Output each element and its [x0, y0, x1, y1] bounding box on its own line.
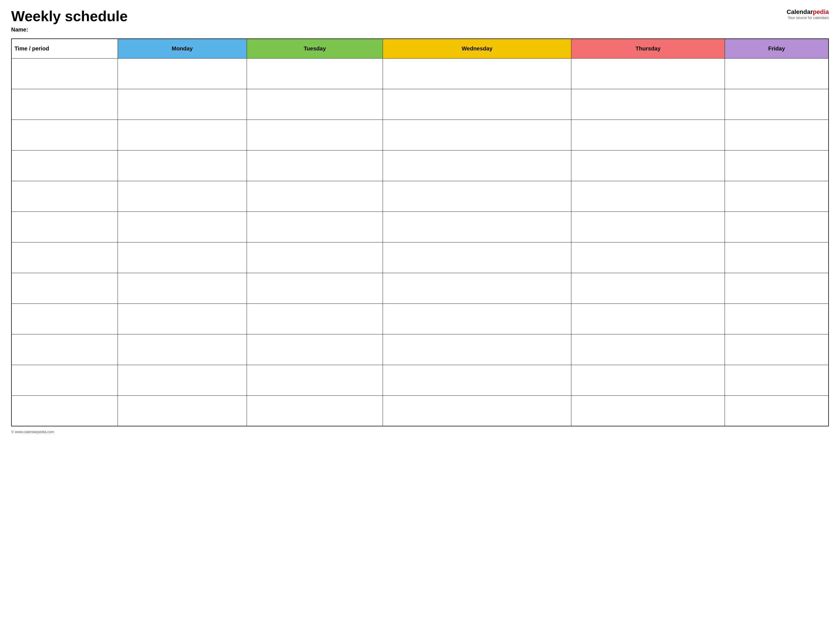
schedule-cell[interactable]	[725, 365, 829, 396]
schedule-cell[interactable]	[383, 334, 572, 365]
time-cell[interactable]	[11, 211, 118, 242]
table-header-row: Time / period Monday Tuesday Wednesday T…	[11, 39, 829, 58]
schedule-cell[interactable]	[118, 396, 247, 426]
schedule-cell[interactable]	[247, 334, 383, 365]
schedule-cell[interactable]	[118, 365, 247, 396]
col-header-time: Time / period	[11, 39, 118, 58]
schedule-cell[interactable]	[572, 211, 725, 242]
table-row	[11, 303, 829, 334]
time-cell[interactable]	[11, 365, 118, 396]
schedule-cell[interactable]	[725, 396, 829, 426]
schedule-cell[interactable]	[725, 150, 829, 181]
col-header-thursday: Thursday	[572, 39, 725, 58]
schedule-cell[interactable]	[383, 365, 572, 396]
schedule-cell[interactable]	[383, 120, 572, 150]
schedule-table: Time / period Monday Tuesday Wednesday T…	[11, 38, 829, 426]
schedule-cell[interactable]	[383, 303, 572, 334]
schedule-cell[interactable]	[247, 58, 383, 89]
schedule-cell[interactable]	[247, 365, 383, 396]
schedule-cell[interactable]	[725, 303, 829, 334]
schedule-cell[interactable]	[572, 365, 725, 396]
schedule-cell[interactable]	[118, 89, 247, 120]
schedule-cell[interactable]	[725, 273, 829, 303]
schedule-cell[interactable]	[383, 273, 572, 303]
schedule-cell[interactable]	[118, 303, 247, 334]
time-cell[interactable]	[11, 334, 118, 365]
schedule-cell[interactable]	[725, 120, 829, 150]
schedule-cell[interactable]	[572, 120, 725, 150]
schedule-cell[interactable]	[118, 242, 247, 273]
col-header-tuesday: Tuesday	[247, 39, 383, 58]
logo-calendar: Calendar	[786, 8, 813, 15]
schedule-cell[interactable]	[725, 58, 829, 89]
schedule-cell[interactable]	[247, 211, 383, 242]
schedule-cell[interactable]	[572, 273, 725, 303]
schedule-cell[interactable]	[247, 120, 383, 150]
table-row	[11, 365, 829, 396]
schedule-cell[interactable]	[383, 242, 572, 273]
schedule-cell[interactable]	[572, 181, 725, 211]
table-row	[11, 120, 829, 150]
time-cell[interactable]	[11, 181, 118, 211]
schedule-cell[interactable]	[572, 58, 725, 89]
footer: © www.calendarpedia.com	[11, 430, 829, 434]
schedule-cell[interactable]	[118, 58, 247, 89]
col-header-monday: Monday	[118, 39, 247, 58]
schedule-cell[interactable]	[118, 334, 247, 365]
schedule-cell[interactable]	[247, 273, 383, 303]
logo-section: Calendarpedia Your source for calendars	[786, 8, 829, 20]
schedule-body	[11, 58, 829, 426]
schedule-cell[interactable]	[118, 181, 247, 211]
logo-pedia: pedia	[813, 8, 829, 15]
time-cell[interactable]	[11, 89, 118, 120]
schedule-cell[interactable]	[383, 150, 572, 181]
schedule-cell[interactable]	[383, 211, 572, 242]
page-header: Weekly schedule Name: Calendarpedia Your…	[11, 8, 829, 33]
table-row	[11, 396, 829, 426]
schedule-cell[interactable]	[247, 181, 383, 211]
schedule-cell[interactable]	[383, 181, 572, 211]
schedule-cell[interactable]	[725, 334, 829, 365]
schedule-cell[interactable]	[247, 89, 383, 120]
schedule-cell[interactable]	[118, 120, 247, 150]
schedule-cell[interactable]	[572, 89, 725, 120]
schedule-cell[interactable]	[118, 273, 247, 303]
schedule-cell[interactable]	[118, 150, 247, 181]
schedule-cell[interactable]	[247, 150, 383, 181]
table-row	[11, 181, 829, 211]
page-title: Weekly schedule	[11, 8, 128, 24]
schedule-cell[interactable]	[383, 396, 572, 426]
table-row	[11, 89, 829, 120]
schedule-cell[interactable]	[725, 89, 829, 120]
time-cell[interactable]	[11, 273, 118, 303]
copyright-text: © www.calendarpedia.com	[11, 430, 54, 434]
schedule-cell[interactable]	[572, 303, 725, 334]
time-cell[interactable]	[11, 150, 118, 181]
name-label: Name:	[11, 27, 128, 33]
schedule-cell[interactable]	[247, 242, 383, 273]
schedule-cell[interactable]	[247, 303, 383, 334]
time-cell[interactable]	[11, 303, 118, 334]
schedule-cell[interactable]	[572, 396, 725, 426]
time-cell[interactable]	[11, 396, 118, 426]
schedule-cell[interactable]	[383, 89, 572, 120]
schedule-cell[interactable]	[247, 396, 383, 426]
schedule-cell[interactable]	[572, 242, 725, 273]
schedule-cell[interactable]	[725, 211, 829, 242]
table-row	[11, 273, 829, 303]
time-cell[interactable]	[11, 242, 118, 273]
col-header-friday: Friday	[725, 39, 829, 58]
logo-tagline: Your source for calendars	[788, 16, 829, 20]
time-cell[interactable]	[11, 120, 118, 150]
table-row	[11, 211, 829, 242]
table-row	[11, 334, 829, 365]
schedule-cell[interactable]	[383, 58, 572, 89]
schedule-cell[interactable]	[725, 242, 829, 273]
time-cell[interactable]	[11, 58, 118, 89]
schedule-cell[interactable]	[572, 334, 725, 365]
logo-text: Calendarpedia	[786, 8, 829, 16]
col-header-wednesday: Wednesday	[383, 39, 572, 58]
schedule-cell[interactable]	[572, 150, 725, 181]
schedule-cell[interactable]	[118, 211, 247, 242]
schedule-cell[interactable]	[725, 181, 829, 211]
